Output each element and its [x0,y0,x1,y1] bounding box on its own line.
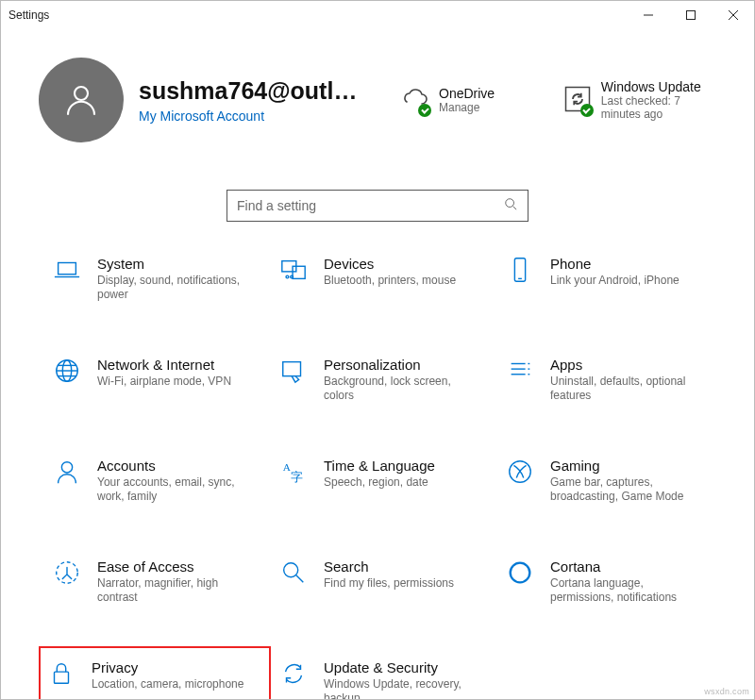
tile-title: Devices [324,256,478,272]
window-title: Settings [8,8,49,22]
tile-sub: Display, sound, notifications, power [97,274,252,302]
svg-rect-14 [514,258,525,281]
sync-icon [278,659,309,690]
svg-line-34 [296,575,304,583]
phone-icon [505,256,535,286]
username: sushma764@outl… [139,77,375,105]
maximize-button[interactable] [669,2,712,29]
profile-row: sushma764@outl… My Microsoft Account One… [1,29,754,152]
search-input[interactable] [237,198,503,213]
onedrive-sub: Manage [439,101,495,114]
tile-sub: Windows Update, recovery, backup [324,677,478,700]
tile-sub: Uninstall, defaults, optional features [550,375,705,403]
tile-title: Network & Internet [97,357,252,373]
tile-title: Search [324,558,478,575]
tile-sub: Bluetooth, printers, mouse [324,274,478,288]
tile-sub: Cortana language, permissions, notificat… [550,576,705,605]
windows-update-title: Windows Update [601,79,716,94]
person-icon [61,80,101,120]
devices-icon [278,256,309,286]
settings-grid: System Display, sound, notifications, po… [1,250,754,700]
avatar[interactable] [39,58,124,142]
tile-title: Phone [550,256,705,272]
windows-update-text: Windows Update Last checked: 7 minutes a… [601,79,716,121]
tile-ease-of-access[interactable]: Ease of Access Narrator, magnifier, high… [46,553,263,610]
svg-point-6 [506,199,514,208]
tile-title: System [97,256,252,272]
search-box[interactable] [226,190,528,222]
tile-title: Update & Security [324,659,478,675]
svg-point-12 [286,275,289,278]
svg-rect-21 [283,362,301,376]
close-button[interactable] [712,2,754,29]
tile-network[interactable]: Network & Internet Wi-Fi, airplane mode,… [46,351,263,408]
account-link[interactable]: My Microsoft Account [139,108,375,124]
tile-title: Ease of Access [97,558,252,575]
tile-title: Apps [550,357,705,373]
svg-rect-1 [686,11,695,20]
tile-sub: Narrator, magnifier, high contrast [97,576,252,605]
tile-sub: Wi-Fi, airplane mode, VPN [97,375,252,389]
time-language-icon: A字 [278,458,309,488]
tile-privacy[interactable]: Privacy Location, camera, microphone [39,646,271,700]
svg-point-4 [75,87,88,100]
search-tile-icon [278,558,309,589]
tile-title: Privacy [92,659,258,675]
tile-phone[interactable]: Phone Link your Android, iPhone [499,250,716,308]
tile-title: Cortana [550,558,705,575]
cortana-icon [505,558,535,589]
search-icon [503,197,518,214]
tile-sub: Find my files, permissions [324,576,478,591]
svg-rect-11 [293,266,305,278]
watermark: wsxdn.com [704,687,749,696]
xbox-icon [505,458,535,488]
tile-search[interactable]: Search Find my files, permissions [273,553,490,610]
tile-sub: Location, camera, microphone [92,677,258,692]
tile-update-security[interactable]: Update & Security Windows Update, recove… [273,654,490,700]
svg-rect-36 [55,672,69,683]
svg-point-35 [511,563,530,583]
svg-line-7 [513,207,517,210]
tile-personalization[interactable]: Personalization Background, lock screen,… [273,351,490,408]
tile-system[interactable]: System Display, sound, notifications, po… [46,250,263,308]
tile-devices[interactable]: Devices Bluetooth, printers, mouse [273,250,490,308]
lock-icon [46,659,76,690]
globe-icon [52,357,82,387]
svg-text:字: 字 [291,470,303,484]
paintbrush-icon [278,357,309,387]
ease-of-access-icon [52,558,82,589]
onedrive-text: OneDrive Manage [439,86,495,114]
laptop-icon [52,256,82,286]
tile-time-language[interactable]: A字 Time & Language Speech, region, date [273,452,490,509]
apps-icon [505,357,535,387]
refresh-icon [563,85,592,115]
svg-point-13 [291,275,294,278]
tile-accounts[interactable]: Accounts Your accounts, email, sync, wor… [46,452,263,509]
tile-sub: Background, lock screen, colors [324,375,478,403]
tile-cortana[interactable]: Cortana Cortana language, permissions, n… [499,553,716,610]
tile-gaming[interactable]: Gaming Game bar, captures, broadcasting,… [499,452,716,509]
tile-sub: Your accounts, email, sync, work, family [97,475,252,504]
svg-point-28 [61,462,72,473]
tile-title: Personalization [324,357,478,373]
accounts-icon [52,458,82,488]
svg-point-33 [284,563,298,577]
account-block: sushma764@outl… My Microsoft Account [139,77,375,124]
onedrive-title: OneDrive [439,86,495,101]
titlebar: Settings [1,1,754,29]
tile-sub: Link your Android, iPhone [550,274,705,288]
cloud-icon [399,85,429,115]
window-controls [627,2,754,29]
minimize-button[interactable] [627,2,669,29]
tile-title: Gaming [550,458,705,474]
windows-update-tile[interactable]: Windows Update Last checked: 7 minutes a… [563,79,716,121]
search-row [1,152,754,250]
tile-sub: Game bar, captures, broadcasting, Game M… [550,475,705,504]
windows-update-sub: Last checked: 7 minutes ago [601,94,716,121]
svg-rect-8 [59,263,76,275]
tile-sub: Speech, region, date [324,475,478,490]
tile-title: Accounts [97,458,252,474]
tile-apps[interactable]: Apps Uninstall, defaults, optional featu… [499,351,716,408]
tile-title: Time & Language [324,458,478,474]
onedrive-tile[interactable]: OneDrive Manage [399,85,539,115]
